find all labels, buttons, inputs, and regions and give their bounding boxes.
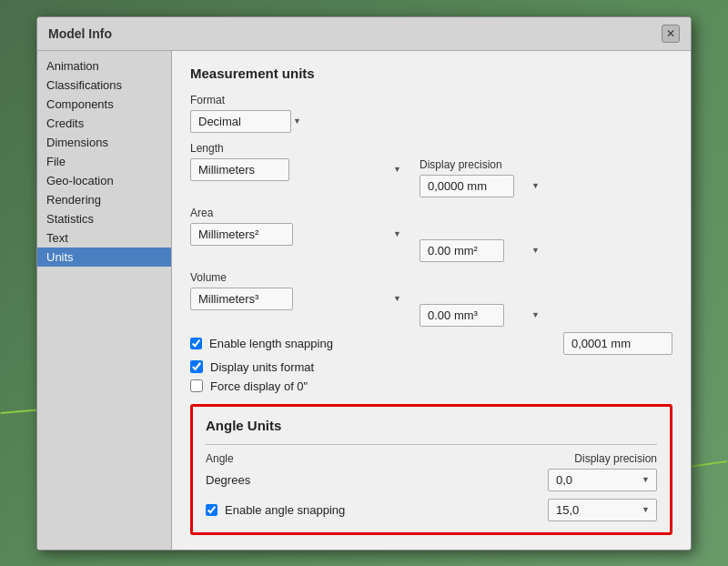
sidebar-item-credits[interactable]: Credits [37,114,171,133]
enable-angle-snapping-checkbox[interactable] [206,504,217,516]
sidebar-item-geo-location[interactable]: Geo-location [37,171,171,190]
length-snapping-check-group: Enable length snapping [190,337,333,350]
sidebar-item-animation[interactable]: Animation [37,56,171,76]
force-display-checkbox[interactable] [190,379,203,392]
enable-length-snapping-label: Enable length snapping [209,337,333,350]
angle-snap-check-group: Enable angle snapping [206,503,345,517]
angle-units-section: Angle Units Angle Display precision Degr… [190,404,672,535]
sidebar-item-dimensions[interactable]: Dimensions [37,133,171,152]
volume-precision-col: 0.00 mm³ 0.0 mm³ 0 mm³ [420,288,547,327]
angle-snap-row: Enable angle snapping 15,0 30,0 45,0 5,0… [206,499,657,521]
length-precision-select[interactable]: 0,0000 mm 0,000 mm 0,00 mm 0,0 mm 0 mm [420,175,514,197]
sidebar-item-text[interactable]: Text [37,228,171,248]
area-precision-col: 0.00 mm² 0.0 mm² 0 mm² [420,223,547,262]
length-select-wrapper[interactable]: Millimeters Centimeters Meters Inches Fe… [190,158,409,181]
length-snapping-row: Enable length snapping 0,0001 mm [190,332,672,355]
sidebar-item-components[interactable]: Components [37,95,171,114]
length-row: Millimeters Centimeters Meters Inches Fe… [190,158,672,197]
force-display-label: Force display of 0" [210,379,308,393]
angle-precision-select-wrapper[interactable]: 0,0 0,00 0,000 0 [548,469,657,491]
length-select[interactable]: Millimeters Centimeters Meters Inches Fe… [190,158,289,181]
format-select-wrapper[interactable]: Decimal Architectural Engineering Fracti… [190,110,308,133]
length-precision-select-wrapper[interactable]: 0,0000 mm 0,000 mm 0,00 mm 0,0 mm 0 mm [420,175,547,197]
close-button[interactable]: ✕ [662,25,680,43]
length-snap-value-input[interactable]: 0,0001 mm [563,332,672,355]
dialog-title: Model Info [48,26,112,41]
angle-col-label: Angle [206,452,234,465]
angle-units-title: Angle Units [206,418,657,433]
title-bar: Model Info ✕ [37,17,691,51]
angle-degrees-label: Degrees [206,473,250,487]
force-display-row: Force display of 0" [190,379,672,393]
volume-precision-select[interactable]: 0.00 mm³ 0.0 mm³ 0 mm³ [420,304,504,327]
volume-label: Volume [190,271,672,284]
angle-header-row: Angle Display precision [206,452,657,465]
volume-precision-select-wrapper[interactable]: 0.00 mm³ 0.0 mm³ 0 mm³ [420,304,547,327]
volume-row: Millimeters³ Centimeters³ Meters³ 0.00 m… [190,288,672,327]
area-precision-spacer [420,223,547,236]
angle-divider [206,444,657,445]
display-units-format-label: Display units format [210,360,314,374]
length-precision-label: Display precision [420,158,547,171]
angle-precision-select[interactable]: 0,0 0,00 0,000 0 [548,469,657,491]
display-units-format-row: Display units format [190,360,672,374]
sidebar-item-classifications[interactable]: Classifications [37,76,171,95]
sidebar-item-file[interactable]: File [37,152,171,171]
area-select[interactable]: Millimeters² Centimeters² Meters² [190,223,293,246]
length-label: Length [190,142,672,155]
format-select[interactable]: Decimal Architectural Engineering Fracti… [190,110,291,133]
volume-select[interactable]: Millimeters³ Centimeters³ Meters³ [190,288,293,310]
content-panel: Measurement units Format Decimal Archite… [172,51,691,550]
measurement-units-title: Measurement units [190,66,672,81]
area-select-wrapper[interactable]: Millimeters² Centimeters² Meters² [190,223,409,246]
dialog-body: Animation Classifications Components Cre… [37,51,691,550]
length-precision-col: Display precision 0,0000 mm 0,000 mm 0,0… [420,158,547,197]
sidebar-item-units[interactable]: Units [37,248,171,267]
area-precision-select[interactable]: 0.00 mm² 0.0 mm² 0 mm² [420,239,504,262]
area-label: Area [190,207,672,219]
area-row: Millimeters² Centimeters² Meters² 0.00 m… [190,223,672,262]
volume-precision-spacer [420,288,547,300]
model-info-dialog: Model Info ✕ Animation Classifications C… [36,16,692,551]
angle-snap-select-wrapper[interactable]: 15,0 30,0 45,0 5,0 10,0 [548,499,657,521]
enable-length-snapping-checkbox[interactable] [190,338,202,349]
sidebar-item-statistics[interactable]: Statistics [37,209,171,228]
enable-angle-snapping-label: Enable angle snapping [225,503,345,517]
area-precision-select-wrapper[interactable]: 0.00 mm² 0.0 mm² 0 mm² [420,239,547,262]
sidebar-item-rendering[interactable]: Rendering [37,190,171,209]
angle-snap-select[interactable]: 15,0 30,0 45,0 5,0 10,0 [548,499,657,521]
volume-select-wrapper[interactable]: Millimeters³ Centimeters³ Meters³ [190,288,409,310]
format-label: Format [190,94,672,106]
display-units-format-checkbox[interactable] [190,360,203,373]
angle-display-precision-label: Display precision [574,452,657,465]
sidebar: Animation Classifications Components Cre… [37,51,172,550]
angle-value-row: Degrees 0,0 0,00 0,000 0 [206,469,657,491]
